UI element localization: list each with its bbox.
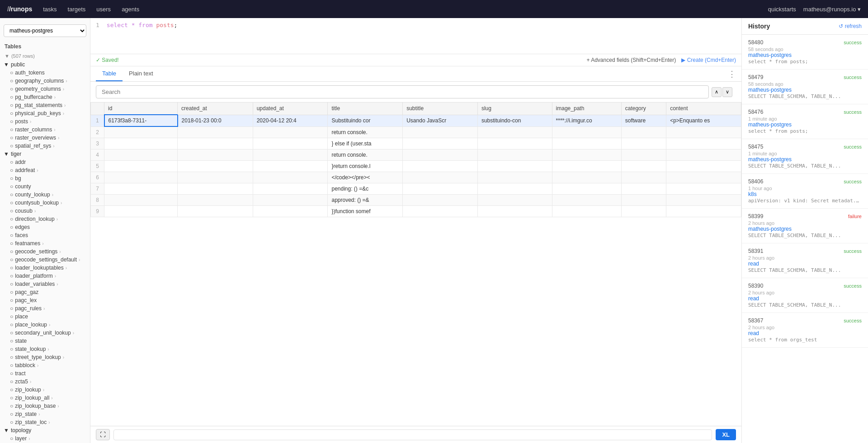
cell-created_at[interactable] (178, 205, 253, 217)
sidebar-item-physical-pub-keys[interactable]: ○physical_pub_keys › (0, 109, 90, 117)
cell-id[interactable]: 6173f3a8-7311- (104, 115, 178, 126)
history-item[interactable]: 58390 success 2 hours ago read SELECT TA… (742, 278, 868, 313)
tab-plain-text[interactable]: Plain text (123, 66, 159, 81)
cell-title[interactable]: approved: () =& (328, 194, 403, 205)
table-row[interactable]: 2return console. (91, 126, 741, 138)
history-item[interactable]: 58475 success 1 minute ago matheus-postg… (742, 139, 868, 174)
cell-title[interactable]: Substituindo cor (328, 115, 403, 126)
sidebar-item-place-lookup[interactable]: ○place_lookup › (0, 321, 90, 329)
cell-content[interactable] (666, 183, 741, 194)
th-category[interactable]: category (621, 103, 666, 115)
cell-created_at[interactable] (178, 149, 253, 160)
history-item[interactable]: 58399 failure 2 hours ago matheus-postgr… (742, 209, 868, 243)
sidebar-item-edges[interactable]: ○edges (0, 223, 90, 231)
cell-category[interactable] (621, 126, 666, 138)
table-row[interactable]: 5}return console.l (91, 160, 741, 172)
cell-slug[interactable] (477, 205, 552, 217)
sidebar-item-geocode-settings-default[interactable]: ○geocode_settings_default › (0, 256, 90, 264)
sidebar-item-countysub-lookup[interactable]: ○countysub_lookup › (0, 199, 90, 207)
sidebar-item-pagc-rules[interactable]: ○pagc_rules › (0, 304, 90, 312)
sidebar-item-zip-lookup[interactable]: ○zip_lookup › (0, 386, 90, 394)
cell-subtitle[interactable] (403, 172, 478, 183)
sidebar-item-zip-lookup-base[interactable]: ○zip_lookup_base › (0, 402, 90, 410)
sidebar-item-geocode-settings[interactable]: ○geocode_settings › (0, 247, 90, 256)
sidebar-item-addrfeat[interactable]: ○addrfeat › (0, 166, 90, 174)
search-next-btn[interactable]: ∨ (722, 87, 732, 97)
cell-content[interactable]: <p>Enquanto es (666, 115, 741, 126)
cell-content[interactable] (666, 126, 741, 138)
cell-created_at[interactable]: 2018-01-23 00:0 (178, 115, 253, 126)
tiger-group[interactable]: ▼ tiger (0, 150, 90, 158)
cell-category[interactable]: software (621, 115, 666, 126)
history-refresh-button[interactable]: ↺ refresh (839, 23, 862, 29)
cell-subtitle[interactable] (403, 205, 478, 217)
cell-id[interactable] (104, 194, 178, 205)
sidebar-item-cousub[interactable]: ○cousub › (0, 207, 90, 215)
cell-updated_at[interactable] (253, 205, 328, 217)
sidebar-item-county[interactable]: ○county (0, 182, 90, 191)
sidebar-item-tabblock[interactable]: ○tabblock › (0, 361, 90, 369)
sidebar-item-zip-state-loc[interactable]: ○zip_state_loc › (0, 418, 90, 426)
cell-category[interactable] (621, 194, 666, 205)
nav-quickstarts[interactable]: quickstarts (768, 6, 796, 13)
cell-num[interactable]: 9 (91, 205, 104, 217)
sidebar-item-zcta5[interactable]: ○zcta5 › (0, 378, 90, 386)
cell-image_path[interactable] (552, 149, 621, 160)
sidebar-item-state-lookup[interactable]: ○state_lookup › (0, 345, 90, 353)
cell-num[interactable]: 1 (91, 115, 104, 126)
sidebar-item-auth-tokens[interactable]: ○auth_tokens (0, 69, 90, 77)
th-image-path[interactable]: image_path (552, 103, 621, 115)
cell-title[interactable]: pending: () =&c (328, 183, 403, 194)
cell-subtitle[interactable] (403, 138, 478, 149)
sidebar-item-geometry-columns[interactable]: ○geometry_columns › (0, 85, 90, 93)
bottom-input[interactable] (113, 429, 712, 440)
sidebar-item-posts[interactable]: ○posts › (0, 117, 90, 126)
cell-title[interactable]: })function somef (328, 205, 403, 217)
cell-created_at[interactable] (178, 160, 253, 172)
sidebar-item-loader-platform[interactable]: ○loader_platform › (0, 272, 90, 280)
code-content[interactable]: select * from posts; (105, 22, 741, 50)
th-id[interactable]: id (104, 103, 178, 115)
sidebar-item-tract[interactable]: ○tract (0, 369, 90, 378)
cell-created_at[interactable] (178, 126, 253, 138)
tab-more-menu[interactable]: ⋮ (728, 70, 736, 78)
cell-num[interactable]: 2 (91, 126, 104, 138)
table-row[interactable]: 4return console. (91, 149, 741, 160)
cell-created_at[interactable] (178, 138, 253, 149)
sidebar-item-pg-stat-statements[interactable]: ○pg_stat_statements › (0, 101, 90, 109)
cell-category[interactable] (621, 160, 666, 172)
sidebar-item-raster-columns[interactable]: ○raster_columns › (0, 126, 90, 134)
sidebar-item-spatial-ref-sys[interactable]: ○spatial_ref_sys › (0, 142, 90, 150)
cell-slug[interactable] (477, 138, 552, 149)
cell-content[interactable] (666, 160, 741, 172)
search-prev-btn[interactable]: ∧ (712, 87, 722, 97)
cell-image_path[interactable] (552, 160, 621, 172)
cell-id[interactable] (104, 160, 178, 172)
cell-num[interactable]: 8 (91, 194, 104, 205)
sidebar-item-layer[interactable]: ○layer › (0, 434, 90, 443)
table-row[interactable]: 7pending: () =&c (91, 183, 741, 194)
history-item[interactable]: 58391 success 2 hours ago read SELECT TA… (742, 243, 868, 278)
cell-num[interactable]: 7 (91, 183, 104, 194)
cell-content[interactable] (666, 138, 741, 149)
cell-updated_at[interactable]: 2020-04-12 20:4 (253, 115, 328, 126)
sidebar-item-pagc-gaz[interactable]: ○pagc_gaz (0, 288, 90, 296)
cell-subtitle[interactable] (403, 160, 478, 172)
sidebar-item-addr[interactable]: ○addr (0, 158, 90, 166)
advanced-fields-button[interactable]: + Advanced fields (Shift+Cmd+Enter) (587, 57, 676, 63)
cell-id[interactable] (104, 149, 178, 160)
cell-image_path[interactable] (552, 138, 621, 149)
cell-subtitle[interactable] (403, 149, 478, 160)
search-input[interactable] (96, 85, 709, 98)
nav-tasks[interactable]: tasks (43, 6, 57, 13)
table-row[interactable]: 8approved: () =& (91, 194, 741, 205)
cell-title[interactable]: }return console.l (328, 160, 403, 172)
cell-subtitle[interactable] (403, 126, 478, 138)
cell-title[interactable]: return console. (328, 126, 403, 138)
cell-num[interactable]: 5 (91, 160, 104, 172)
rows-indicator[interactable]: ▼ (507 rows) (0, 51, 90, 61)
cell-slug[interactable] (477, 126, 552, 138)
sidebar-item-faces[interactable]: ○faces (0, 231, 90, 239)
sidebar-item-pg-buffercache[interactable]: ○pg_buffercache › (0, 93, 90, 101)
sidebar-item-pagc-lex[interactable]: ○pagc_lex (0, 296, 90, 304)
